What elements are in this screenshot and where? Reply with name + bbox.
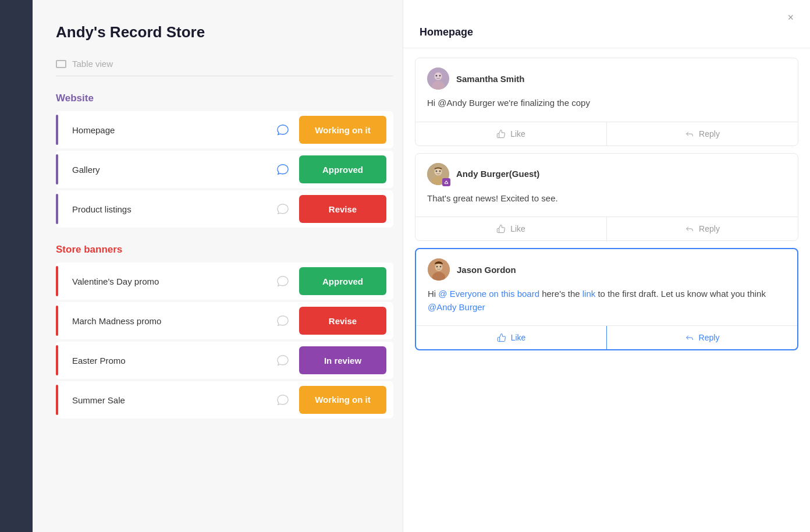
right-panel: × Homepage <box>403 0 810 532</box>
chat-icon-easter[interactable] <box>275 352 291 368</box>
like-button-samantha[interactable]: Like <box>415 122 607 146</box>
svg-point-10 <box>436 170 438 172</box>
avatar-jason <box>428 258 450 281</box>
like-button-andy[interactable]: Like <box>415 217 607 240</box>
left-border-gallery <box>56 154 58 185</box>
view-toggle-label: Table view <box>72 59 113 69</box>
panel-header: × <box>403 0 810 26</box>
comment-body-jason: Jason Gordon Hi @ Everyone on this board… <box>416 249 797 325</box>
like-label-samantha: Like <box>510 129 525 139</box>
comment-text-jason: Hi @ Everyone on this board here's the l… <box>428 288 786 314</box>
comments-area: Samantha Smith Hi @Andy Burger we're fin… <box>403 48 810 532</box>
chat-icon-homepage[interactable] <box>275 122 291 138</box>
comment-actions-andy: Like Reply <box>415 217 798 240</box>
page-title: Andy's Record Store <box>56 23 393 41</box>
chat-icon-march-madness[interactable] <box>275 313 291 329</box>
task-name-march-madness: March Madness promo <box>63 316 275 326</box>
comment-text-samantha: Hi @Andy Burger we're finalizing the cop… <box>427 97 786 110</box>
left-border-valentines <box>56 266 58 296</box>
avatar-andy-wrapper <box>427 163 449 185</box>
reply-label-andy: Reply <box>699 224 720 233</box>
svg-point-19 <box>440 266 442 268</box>
left-border-summer-sale <box>56 385 58 415</box>
store-banners-section-title: Store banners <box>56 244 393 256</box>
reply-button-samantha[interactable]: Reply <box>607 122 798 146</box>
like-label-andy: Like <box>510 224 525 233</box>
status-badge-product-listings[interactable]: Revise <box>299 195 386 223</box>
svg-rect-12 <box>443 179 449 185</box>
svg-point-18 <box>436 266 438 268</box>
task-name-summer-sale: Summer Sale <box>63 395 275 405</box>
like-button-jason[interactable]: Like <box>416 326 607 349</box>
sidebar <box>0 0 33 532</box>
like-label-jason: Like <box>511 333 526 342</box>
author-name-jason: Jason Gordon <box>457 265 516 275</box>
view-toggle[interactable]: Table view <box>56 59 393 76</box>
reply-label-jason: Reply <box>699 333 720 342</box>
comment-author-row-jason: Jason Gordon <box>428 258 786 281</box>
reply-button-jason[interactable]: Reply <box>607 326 797 349</box>
left-panel: Andy's Record Store Table view Website H… <box>33 0 417 532</box>
comment-author-row-andy: Andy Burger(Guest) <box>427 163 786 185</box>
comment-card-samantha: Samantha Smith Hi @Andy Burger we're fin… <box>415 58 798 146</box>
comment-body-samantha: Samantha Smith Hi @Andy Burger we're fin… <box>415 58 798 122</box>
status-badge-homepage[interactable]: Working on it <box>299 116 386 144</box>
avatar-samantha <box>427 68 449 90</box>
table-view-icon <box>56 60 66 68</box>
panel-title: Homepage <box>403 26 810 48</box>
task-name-homepage: Homepage <box>63 125 275 135</box>
task-row-easter[interactable]: Easter Promo In review <box>56 342 393 379</box>
comment-card-jason: Jason Gordon Hi @ Everyone on this board… <box>415 248 798 350</box>
left-border-march-madness <box>56 306 58 336</box>
left-border-easter <box>56 345 58 375</box>
task-row-summer-sale[interactable]: Summer Sale Working on it <box>56 381 393 418</box>
chat-icon-gallery[interactable] <box>275 161 291 178</box>
task-row-product-listings[interactable]: Product listings Revise <box>56 190 393 228</box>
svg-point-4 <box>436 75 438 77</box>
link-first-draft[interactable]: link <box>582 289 596 299</box>
task-row-gallery[interactable]: Gallery Approved <box>56 151 393 188</box>
task-name-gallery: Gallery <box>63 165 275 175</box>
task-name-product-listings: Product listings <box>63 204 275 214</box>
website-section-title: Website <box>56 93 393 104</box>
mention-everyone: @ Everyone on this board <box>438 289 539 299</box>
guest-badge-icon <box>442 178 450 186</box>
reply-button-andy[interactable]: Reply <box>607 217 798 240</box>
author-name-samantha: Samantha Smith <box>456 74 525 84</box>
status-badge-valentines[interactable]: Approved <box>299 267 386 295</box>
main-area: Andy's Record Store Table view Website H… <box>33 0 810 532</box>
author-name-andy: Andy Burger(Guest) <box>456 169 539 179</box>
left-border-product-listings <box>56 194 58 224</box>
chat-icon-valentines[interactable] <box>275 273 291 289</box>
comment-actions-jason: Like Reply <box>416 325 797 349</box>
comment-actions-samantha: Like Reply <box>415 122 798 146</box>
task-name-easter: Easter Promo <box>63 356 275 366</box>
status-badge-march-madness[interactable]: Revise <box>299 307 386 335</box>
comment-author-row-samantha: Samantha Smith <box>427 68 786 90</box>
task-row-homepage[interactable]: Homepage Working on it <box>56 111 393 148</box>
task-name-valentines: Valentine's Day promo <box>63 276 275 286</box>
comment-body-andy: Andy Burger(Guest) That's great news! Ex… <box>415 154 798 217</box>
task-row-valentines[interactable]: Valentine's Day promo Approved <box>56 263 393 300</box>
comment-card-andy: Andy Burger(Guest) That's great news! Ex… <box>415 153 798 242</box>
close-button[interactable]: × <box>783 9 798 26</box>
svg-point-11 <box>439 170 441 172</box>
svg-point-5 <box>439 75 441 77</box>
status-badge-easter[interactable]: In review <box>299 346 386 374</box>
reply-label-samantha: Reply <box>699 129 720 139</box>
task-row-march-madness[interactable]: March Madness promo Revise <box>56 302 393 339</box>
status-badge-gallery[interactable]: Approved <box>299 155 386 183</box>
chat-icon-product-listings[interactable] <box>275 201 291 217</box>
comment-text-andy: That's great news! Excited to see. <box>427 192 786 205</box>
mention-andy-burger: @Andy Burger <box>428 302 485 312</box>
chat-icon-summer-sale[interactable] <box>275 392 291 408</box>
left-border-homepage <box>56 115 58 145</box>
status-badge-summer-sale[interactable]: Working on it <box>299 386 386 414</box>
